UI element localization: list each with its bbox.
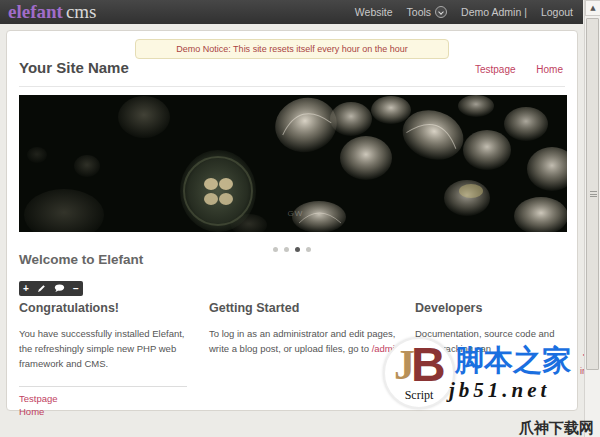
- watermark-chinese-title: 脚本之家: [455, 341, 571, 381]
- column-getting-started: Getting Started To log in as an administ…: [209, 299, 405, 419]
- scrollbar[interactable]: ▲: [584, 0, 600, 437]
- nav-tools-label[interactable]: Tools: [407, 6, 432, 18]
- column-congratulations: Congratulations! You have successfully i…: [19, 299, 187, 419]
- welcome-heading: Welcome to Elefant: [19, 252, 143, 267]
- scrollbar-thumb[interactable]: [586, 18, 599, 370]
- column-heading: Congratulations!: [19, 299, 187, 318]
- logo-cms: cms: [66, 1, 97, 22]
- badge-letter-b: B: [411, 337, 446, 392]
- jb51-watermark: J B Script 脚本之家 jb51.net: [383, 337, 563, 415]
- nav-user: Demo Admin |: [461, 6, 527, 18]
- column-heading: Developers: [415, 299, 567, 318]
- chevron-down-icon[interactable]: [435, 6, 447, 18]
- logo[interactable]: elefantcms: [8, 0, 96, 24]
- site-nav-testpage[interactable]: Testpage: [475, 64, 516, 75]
- header-nav: Website Tools Demo Admin | Logout: [355, 6, 573, 18]
- divider: [19, 86, 565, 87]
- slider-dot[interactable]: [295, 247, 300, 252]
- slider-dot[interactable]: [306, 247, 311, 252]
- download-site-label: 爪神下载网: [519, 419, 594, 437]
- slider-dot[interactable]: [284, 247, 289, 252]
- nav-logout[interactable]: Logout: [541, 6, 573, 18]
- column-heading: Getting Started: [209, 299, 405, 318]
- nav-tools[interactable]: Tools: [407, 6, 448, 18]
- remove-block-button[interactable]: −: [73, 281, 79, 296]
- badge-caption: Script: [385, 388, 453, 403]
- nav-separator: |: [524, 6, 527, 18]
- add-block-button[interactable]: +: [23, 281, 29, 296]
- slider-dot[interactable]: [273, 247, 278, 252]
- jb51-logo-badge: J B Script: [383, 337, 455, 409]
- block-toolbar: + −: [19, 281, 83, 296]
- comment-bubble-icon[interactable]: [54, 284, 65, 293]
- site-nav-home[interactable]: Home: [536, 64, 563, 75]
- link-home[interactable]: Home: [19, 405, 187, 419]
- nav-website[interactable]: Website: [355, 6, 393, 18]
- top-header: elefantcms Website Tools Demo Admin | Lo…: [0, 0, 583, 24]
- column-links: Testpage Home: [19, 386, 187, 420]
- column-body: You have successfully installed Elefant,…: [19, 327, 187, 371]
- nav-user-label[interactable]: Demo Admin: [461, 6, 521, 18]
- photo-watermark: GW: [288, 209, 304, 218]
- edit-pencil-icon[interactable]: [37, 284, 46, 293]
- carousel-image: GW: [19, 95, 567, 232]
- column-body: To log in as an administrator and edit p…: [209, 327, 405, 356]
- demo-notice: Demo Notice: This site resets itself eve…: [135, 39, 449, 59]
- logo-elefant: elefant: [8, 1, 63, 22]
- link-testpage[interactable]: Testpage: [19, 392, 187, 406]
- page: elefantcms Website Tools Demo Admin | Lo…: [0, 0, 600, 437]
- scrollbar-grip: [590, 191, 597, 197]
- site-nav: Testpage Home: [457, 64, 563, 75]
- scrollbar-up-arrow[interactable]: ▲: [585, 0, 600, 16]
- watermark-domain: jb51.net: [449, 378, 550, 403]
- page-title: Your Site Name: [19, 59, 129, 76]
